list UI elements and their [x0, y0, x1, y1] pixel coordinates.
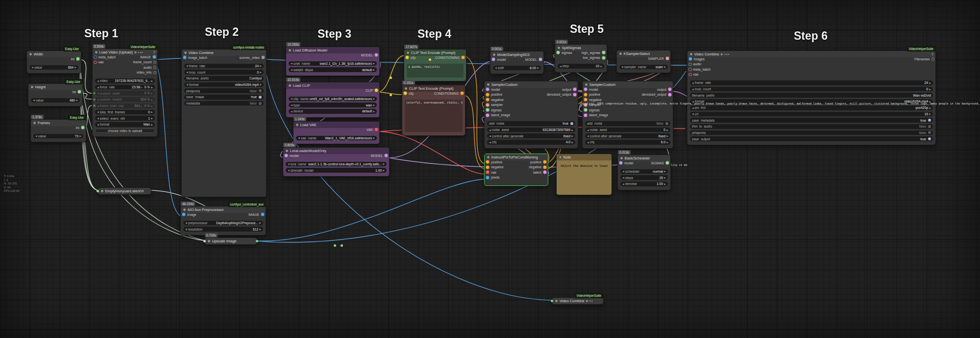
toggle-knob[interactable]	[928, 125, 931, 128]
output-port-CONDITIONING[interactable]: CONDITIONING	[434, 91, 464, 96]
reroute-dot[interactable]	[429, 58, 431, 61]
input-port-audio[interactable]: audio	[688, 62, 701, 67]
widget-save_image[interactable]: save_imagetrue	[184, 95, 264, 100]
widget-trim_to_audio[interactable]: trim_to_audiofalse	[690, 124, 933, 129]
output-port-int[interactable]: int	[71, 56, 80, 62]
combo-left-arrow[interactable]: ◀	[291, 97, 293, 100]
widget-unet_name[interactable]: ◀unet_namewan2.1_t2v_1.3B_fp16.safetenso…	[289, 61, 377, 66]
combo-right-arrow[interactable]: ▶	[600, 65, 602, 68]
video-preview-icons[interactable]: ▦ ●●●	[134, 51, 144, 53]
widget-value[interactable]: ◀value854▶	[29, 65, 78, 70]
combo-right-arrow[interactable]: ▶	[373, 110, 375, 113]
combo-right-arrow[interactable]: ▶	[666, 134, 668, 137]
input-port-negative[interactable]: negative	[486, 165, 504, 170]
widget-device[interactable]: ◀devicedefault▶	[289, 109, 377, 114]
combo-left-arrow[interactable]: ◀	[186, 64, 188, 67]
combo-left-arrow[interactable]: ◀	[587, 134, 589, 137]
prompt-text[interactable]: a panda, realistic	[407, 64, 464, 78]
combo-left-arrow[interactable]: ◀	[97, 86, 99, 89]
combo-right-arrow[interactable]: ▶	[664, 65, 666, 68]
combo-right-arrow[interactable]: ▶	[151, 110, 153, 113]
combo-left-arrow[interactable]: ◀	[291, 68, 293, 71]
combo-right-arrow[interactable]: ▶	[260, 64, 262, 67]
widget-format[interactable]: ◀formatvideo/h264-mp4▶	[184, 82, 264, 87]
combo-left-arrow[interactable]: ◀	[288, 162, 290, 165]
node-frames[interactable]: 1.378sEasy-UseFramesint◀value73▶	[30, 119, 86, 142]
combo-left-arrow[interactable]: ◀	[35, 134, 37, 137]
input-port-negative[interactable]: negative	[584, 97, 602, 103]
node-video-combine-6[interactable]: VideoHelperSuiteVideo Combine▦ ●●●?image…	[687, 51, 936, 145]
output-port-video_info[interactable]: video_info	[137, 70, 157, 76]
help-icon[interactable]: ?	[931, 52, 933, 57]
combo-left-arrow[interactable]: ◀	[489, 141, 491, 144]
widget-custom_width[interactable]: ◀custom_width0 ↻▶	[95, 91, 155, 96]
widget-resolution[interactable]: ◀resolution512▶	[183, 227, 263, 232]
widget-choose-video-to-upload[interactable]: choose video to upload	[95, 129, 155, 133]
node-width[interactable]: Easy-UseWidthint◀value854▶	[26, 51, 81, 74]
node-aio-preprocessor[interactable]: 46.154scomfyui_controlnet_auxAIO Aux Pre…	[180, 206, 266, 235]
node-load-video[interactable]: 5.599sVideoHelperSuiteLoad Video (Upload…	[92, 49, 158, 137]
output-port-frame_count[interactable]: frame_count	[133, 60, 156, 65]
combo-left-arrow[interactable]: ◀	[622, 170, 624, 173]
combo-right-arrow[interactable]: ▶	[571, 134, 573, 137]
output-port-Filenames[interactable]: Filenames	[914, 56, 934, 62]
toggle-knob[interactable]	[928, 119, 931, 122]
input-port-sampler[interactable]: sampler	[584, 103, 601, 108]
combo-right-arrow[interactable]: ▶	[373, 136, 375, 139]
input-port-pixels[interactable]: pixels	[486, 175, 499, 181]
combo-right-arrow[interactable]: ▶	[666, 141, 668, 144]
reroute-dot[interactable]	[341, 244, 343, 247]
widget-vae_name[interactable]: ◀vae_nameWan2_1_VAE_bf16.safetensors▶	[296, 136, 377, 141]
reroute-dot[interactable]	[390, 77, 392, 79]
combo-left-arrow[interactable]: ◀	[291, 110, 293, 113]
widget-force_rate[interactable]: ◀force_rate23.98← 0 ↻▶	[95, 85, 155, 90]
collapsed-input-dot[interactable]	[97, 190, 99, 192]
widget-shift[interactable]: ◀shift8.00▶	[493, 66, 541, 71]
node-split-sigmas[interactable]: 0.001sSplitSigmassigmashigh_sigmaslow_si…	[555, 44, 607, 73]
widget-noise_seed[interactable]: ◀noise_seed631363873097569▶	[487, 128, 575, 132]
combo-right-arrow[interactable]: ▶	[79, 134, 81, 137]
output-port-int[interactable]: int	[76, 125, 85, 130]
widget-noise_seed[interactable]: ◀noise_seed0▶	[585, 128, 670, 132]
widget-preprocessor[interactable]: ◀preprocessorDepthAnythingV2Preproce...▶	[183, 221, 263, 226]
combo-left-arrow[interactable]: ◀	[587, 141, 589, 144]
output-port-IMAGE[interactable]: IMAGE	[248, 212, 265, 217]
widget-frame_rate[interactable]: ◀frame_rate24▶	[690, 80, 933, 85]
toggle-knob[interactable]	[665, 122, 668, 125]
widget-cfg[interactable]: ◀cfg4.0▶	[487, 140, 575, 145]
widget-frame_load_cap[interactable]: ◀frame_load_cap501← 0 ↻▶	[95, 104, 155, 108]
widget-type[interactable]: ◀typewan▶	[289, 103, 377, 107]
prompt-text[interactable]: colorful, overexposed, static, blurred d…	[405, 100, 463, 132]
combo-right-arrow[interactable]: ▶	[664, 182, 666, 185]
widget-video[interactable]: ◀video197226-904257631_ti...▶	[95, 78, 155, 83]
combo-right-arrow[interactable]: ▶	[373, 104, 375, 106]
input-port-model[interactable]: model	[491, 57, 506, 62]
output-port-output[interactable]: output	[657, 87, 672, 92]
combo-right-arrow[interactable]: ▶	[664, 170, 666, 173]
widget-value[interactable]: ◀value73▶	[33, 134, 83, 139]
output-port-int[interactable]: int	[73, 89, 81, 95]
node-header[interactable]: Upscale Image	[205, 238, 257, 244]
widget-format[interactable]: ◀formatvideo/h264-mp4▶	[690, 99, 933, 104]
input-port-negative[interactable]: negative	[486, 97, 504, 103]
combo-left-arrow[interactable]: ◀	[489, 129, 491, 131]
combo-right-arrow[interactable]: ▶	[571, 141, 573, 144]
widget-filename_prefix[interactable]: filename_prefixWan vid2vid	[690, 93, 933, 98]
output-port-MODEL[interactable]: MODEL	[525, 57, 542, 62]
output-port-scenes_video[interactable]: scenes_video	[239, 55, 265, 60]
combo-left-arrow[interactable]: ◀	[97, 92, 99, 95]
combo-right-arrow[interactable]: ▶	[571, 129, 573, 131]
input-port-image_batch[interactable]: image_batch	[183, 55, 207, 60]
combo-left-arrow[interactable]: ◀	[622, 182, 624, 185]
input-port-vae[interactable]: vae	[486, 170, 496, 175]
node-empty-latent[interactable]: EmptyHunyuanLatentVi	[98, 187, 151, 195]
input-port-latent_image[interactable]: latent_image	[584, 113, 608, 118]
input-port-positive[interactable]: positive	[486, 92, 502, 98]
combo-right-arrow[interactable]: ▶	[929, 112, 931, 115]
widget-format[interactable]: ◀formatWan▶	[95, 122, 155, 127]
video-preview-icons[interactable]: ▦ ●●	[586, 300, 593, 302]
input-port-model[interactable]: model	[486, 87, 500, 92]
output-port-audio[interactable]: audio	[144, 65, 156, 70]
output-port-latent[interactable]: latent	[533, 170, 547, 175]
node-header[interactable]: Video Combine▦ ●●●?	[687, 51, 935, 57]
